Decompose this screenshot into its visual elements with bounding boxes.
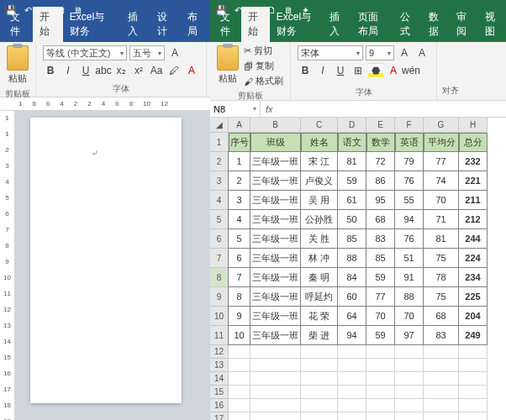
cell[interactable] xyxy=(301,345,338,359)
cell[interactable]: 吴 用 xyxy=(300,190,338,210)
cell[interactable]: 59 xyxy=(337,171,366,191)
cell[interactable] xyxy=(366,359,395,372)
row-header-3[interactable]: 3 xyxy=(210,171,229,191)
row-header-10[interactable]: 10 xyxy=(210,307,229,326)
phonetic-button[interactable]: wén xyxy=(403,63,419,78)
row-header-12[interactable]: 12 xyxy=(210,345,229,359)
cell[interactable] xyxy=(301,359,338,372)
cut-button[interactable]: ✂剪切 xyxy=(242,44,285,58)
cell[interactable] xyxy=(395,372,424,386)
fx-icon[interactable]: fx xyxy=(261,104,278,114)
cell[interactable]: 59 xyxy=(366,267,395,287)
row-header-6[interactable]: 6 xyxy=(210,229,229,249)
tab-page-layout[interactable]: 页面布局 xyxy=(351,7,394,42)
tab-excel-finance[interactable]: Excel与财务 xyxy=(270,7,323,42)
cell[interactable] xyxy=(366,412,395,420)
cell[interactable] xyxy=(459,345,488,359)
col-header-F[interactable]: F xyxy=(395,118,424,133)
underline-button[interactable]: U xyxy=(78,63,93,78)
border-button[interactable]: ⊞ xyxy=(351,63,366,78)
cell[interactable] xyxy=(338,386,366,399)
cell[interactable]: 5 xyxy=(228,228,250,249)
font-name-select[interactable]: 等线 (中文正文)▾ xyxy=(43,45,127,60)
col-header-E[interactable]: E xyxy=(366,118,395,133)
cell[interactable]: 75 xyxy=(423,248,459,268)
row-header-4[interactable]: 4 xyxy=(210,191,229,210)
paste-button[interactable]: 粘贴 xyxy=(5,44,30,87)
cell[interactable]: 68 xyxy=(366,209,395,229)
cell[interactable]: 249 xyxy=(458,325,488,345)
tab-review[interactable]: 审阅 xyxy=(450,7,477,42)
cell[interactable]: 88 xyxy=(394,286,424,307)
cell[interactable]: 81 xyxy=(423,228,459,249)
cell[interactable]: 204 xyxy=(458,306,488,326)
row-header-5[interactable]: 5 xyxy=(210,210,229,229)
copy-button[interactable]: 🗐复制 xyxy=(242,59,285,73)
row-header-15[interactable]: 15 xyxy=(210,386,229,399)
cell[interactable]: 林 冲 xyxy=(300,248,338,268)
col-header-D[interactable]: D xyxy=(338,118,366,133)
cell[interactable] xyxy=(229,386,250,399)
cell[interactable]: 221 xyxy=(458,171,488,191)
row-header-2[interactable]: 2 xyxy=(210,152,229,171)
font-size-select[interactable]: 9▾ xyxy=(366,45,394,60)
format-painter-button[interactable]: 🖌格式刷 xyxy=(242,74,285,88)
formula-input[interactable] xyxy=(278,101,506,117)
cell[interactable]: 85 xyxy=(366,248,395,268)
cell[interactable] xyxy=(250,359,301,372)
cell[interactable]: 1 xyxy=(228,151,250,171)
cell[interactable]: 60 xyxy=(337,286,366,307)
cell[interactable] xyxy=(424,386,459,399)
shrink-font-button[interactable]: A xyxy=(414,45,430,60)
cell[interactable] xyxy=(366,399,395,412)
row-header-8[interactable]: 8 xyxy=(210,268,229,287)
bold-button[interactable]: B xyxy=(43,63,58,78)
cell[interactable]: 78 xyxy=(423,267,459,287)
tab-view[interactable]: 视图 xyxy=(478,7,506,42)
cell[interactable] xyxy=(459,412,488,420)
cell[interactable]: 232 xyxy=(458,151,488,171)
cell[interactable] xyxy=(366,345,395,359)
cell[interactable]: 8 xyxy=(228,286,250,307)
cell[interactable]: 68 xyxy=(423,306,459,326)
cell[interactable]: 10 xyxy=(228,325,250,345)
row-header-16[interactable]: 16 xyxy=(210,399,229,412)
italic-button[interactable]: I xyxy=(61,63,76,78)
col-header-H[interactable]: H xyxy=(459,118,488,133)
cell[interactable] xyxy=(395,399,424,412)
cell[interactable]: 61 xyxy=(337,190,366,210)
cell[interactable] xyxy=(250,399,301,412)
tab-design[interactable]: 设计 xyxy=(150,7,180,42)
cell[interactable]: 三年级一班 xyxy=(250,306,301,326)
cell[interactable]: 76 xyxy=(394,171,424,191)
cell[interactable] xyxy=(250,412,301,420)
cell[interactable]: 三年级一班 xyxy=(250,286,301,307)
cell[interactable]: 95 xyxy=(366,190,395,210)
cell[interactable]: 244 xyxy=(458,228,488,249)
cell[interactable]: 宋 江 xyxy=(300,151,338,171)
cell[interactable]: 柴 进 xyxy=(300,325,338,345)
tab-formulas[interactable]: 公式 xyxy=(393,7,421,42)
cell[interactable]: 50 xyxy=(337,209,366,229)
row-header-1[interactable]: 1 xyxy=(210,133,229,152)
font-name-select[interactable]: 宋体▾ xyxy=(298,45,363,60)
cell[interactable]: 81 xyxy=(337,151,366,171)
cell[interactable]: 70 xyxy=(366,306,395,326)
word-page[interactable]: ⤶ xyxy=(30,118,182,403)
cell[interactable]: 2 xyxy=(228,171,250,191)
cell[interactable]: 4 xyxy=(228,209,250,229)
cell[interactable]: 76 xyxy=(394,228,424,249)
cell[interactable]: 呼延灼 xyxy=(300,286,338,307)
tab-data[interactable]: 数据 xyxy=(422,7,450,42)
cell[interactable]: 三年级一班 xyxy=(250,248,301,268)
cell[interactable]: 74 xyxy=(423,171,459,191)
tab-excel-finance[interactable]: Excel与财务 xyxy=(63,7,121,42)
cell[interactable] xyxy=(338,412,366,420)
cell[interactable] xyxy=(424,345,459,359)
cell[interactable]: 234 xyxy=(458,267,488,287)
cell[interactable] xyxy=(229,412,250,420)
cell[interactable]: 83 xyxy=(423,325,459,345)
cell[interactable]: 花 荣 xyxy=(300,306,338,326)
cell[interactable]: 97 xyxy=(394,325,424,345)
cell[interactable]: 71 xyxy=(423,209,459,229)
